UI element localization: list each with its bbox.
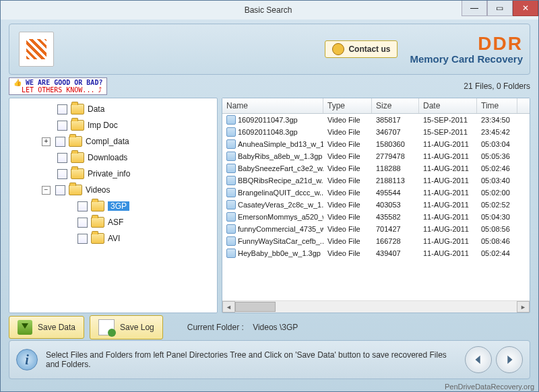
cell-date: 11-AUG-2011 [419,213,477,221]
list-body[interactable]: 16092011047.3gpVideo File38581715-SEP-20… [222,114,530,300]
cell-time: 05:04:30 [477,213,517,221]
save-data-button[interactable]: Save Data [9,316,84,339]
file-icon [226,212,236,222]
expand-icon[interactable]: − [42,186,51,195]
folder-icon [69,185,82,195]
back-button[interactable] [465,346,492,373]
list-row[interactable]: funnyCommercial_4735_w...Video File70142… [222,223,530,235]
cell-size: 403053 [372,201,419,209]
cell-time: 05:08:56 [477,225,517,233]
checkbox[interactable] [57,169,67,179]
cell-type: Video File [323,140,372,148]
checkbox[interactable] [55,185,65,195]
header-panel: Contact us DDR Memory Card Recovery [9,24,530,75]
col-time[interactable]: Time [477,98,517,113]
checkbox[interactable] [55,137,65,147]
cell-size: 166728 [372,237,419,245]
file-list: Name Type Size Date Time 16092011047.3gp… [222,98,530,313]
checkbox[interactable] [77,234,88,244]
contact-us-button[interactable]: Contact us [325,40,398,58]
cell-name: HeyBaby_bb0e_w_1.3gp [238,249,321,257]
close-button[interactable]: ✕ [513,1,538,16]
tree-node[interactable]: +Compl_data [9,133,217,150]
tree-node[interactable]: Downloads [9,150,217,166]
list-row[interactable]: EmersonMommys_a520_w...Video File4355821… [222,211,530,223]
list-row[interactable]: BabyRibs_a8eb_w_1.3gpVideo File277947811… [222,150,530,162]
folder-tree[interactable]: DataImp Doc+Compl_dataDownloadsPrivate_i… [9,98,218,313]
list-row[interactable]: AnuheaSimple_bd13_w_1...Video File158036… [222,138,530,150]
file-icon [226,236,236,246]
checkbox[interactable] [57,104,67,115]
save-icon [18,320,32,335]
list-row[interactable]: BrangelinaQUIT_dccc_w...Video File495544… [222,187,530,199]
cell-size: 439407 [372,249,419,257]
checkbox[interactable] [77,201,88,211]
tree-node[interactable]: ASF [9,214,217,230]
tree-node[interactable]: Imp Doc [9,117,217,133]
list-row[interactable]: FunnyWaySitaCar_cefb_...Video File166728… [222,235,530,247]
tree-label: 3GP [108,201,129,211]
col-type[interactable]: Type [323,98,372,113]
cell-date: 15-SEP-2011 [419,128,477,136]
file-icon [226,164,236,173]
list-row[interactable]: HeyBaby_bb0e_w_1.3gpVideo File43940711-A… [222,247,530,259]
tree-node[interactable]: −Videos [9,182,217,198]
main-area: DataImp Doc+Compl_dataDownloadsPrivate_i… [9,98,530,313]
folder-icon [91,217,104,228]
tree-label: AVI [108,234,120,243]
cell-date: 11-AUG-2011 [419,164,477,172]
log-label: Save Log [120,323,154,332]
footer-panel: i Select Files and Folders from left Pan… [9,340,530,379]
tree-label: Compl_data [86,137,129,146]
folder-icon [91,201,104,211]
brand-name: DDR [410,34,523,53]
tree-label: Private_info [88,169,130,178]
app-window: Basic Search — ▭ ✕ Contact us DDR Memory… [0,0,539,392]
col-date[interactable]: Date [419,98,477,113]
info-icon: i [16,349,38,370]
cell-type: Video File [323,201,372,209]
scroll-track[interactable] [235,302,517,312]
promo-banner[interactable]: 👍 WE ARE GOOD OR BAD? LET OTHERS KNOW...… [9,77,107,95]
col-size[interactable]: Size [372,98,419,113]
expand-icon[interactable]: + [42,137,51,146]
cell-size: 435582 [372,213,419,221]
tree-node[interactable]: AVI [9,230,217,247]
tree-node[interactable]: 3GP [9,198,217,214]
list-header: Name Type Size Date Time [222,98,530,114]
list-row[interactable]: 16092011048.3gpVideo File34670715-SEP-20… [222,126,530,138]
save-log-button[interactable]: Save Log [90,315,163,339]
cell-time: 05:03:40 [477,176,517,185]
scroll-thumb[interactable] [235,302,276,312]
list-row[interactable]: CasateyVeras_2c8c_w_1...Video File403053… [222,199,530,211]
checkbox[interactable] [77,218,88,228]
cell-date: 11-AUG-2011 [419,176,477,185]
cell-type: Video File [323,237,372,245]
folder-icon [69,136,82,147]
cell-name: 16092011048.3gp [238,128,298,136]
scroll-right-icon[interactable]: ► [517,301,530,313]
horizontal-scrollbar[interactable]: ◄ ► [222,300,530,313]
file-icon [226,127,236,137]
list-row[interactable]: BBQRibsRecipe_a21d_w...Video File2188113… [222,174,530,187]
file-icon [226,139,236,149]
tree-node[interactable]: Private_info [9,166,217,182]
maximize-button[interactable]: ▭ [487,1,513,16]
forward-button[interactable] [496,346,523,373]
col-name[interactable]: Name [222,98,323,113]
minimize-button[interactable]: — [462,1,487,16]
file-icon [226,249,236,258]
cell-name: 16092011047.3gp [238,116,298,124]
cell-time: 23:45:42 [477,128,517,136]
scroll-left-icon[interactable]: ◄ [222,301,235,313]
list-row[interactable]: BabySneezeFart_c3e2_w...Video File118288… [222,162,530,174]
checkbox[interactable] [57,121,67,131]
cell-size: 1580360 [372,140,419,148]
cell-type: Video File [323,249,372,257]
list-row[interactable]: 16092011047.3gpVideo File38581715-SEP-20… [222,114,530,126]
checkbox[interactable] [57,153,67,163]
action-row: Save Data Save Log Current Folder : Vide… [9,315,530,339]
log-icon [98,319,115,335]
tree-node[interactable]: Data [9,101,217,117]
cell-name: BrangelinaQUIT_dccc_w... [238,189,323,197]
